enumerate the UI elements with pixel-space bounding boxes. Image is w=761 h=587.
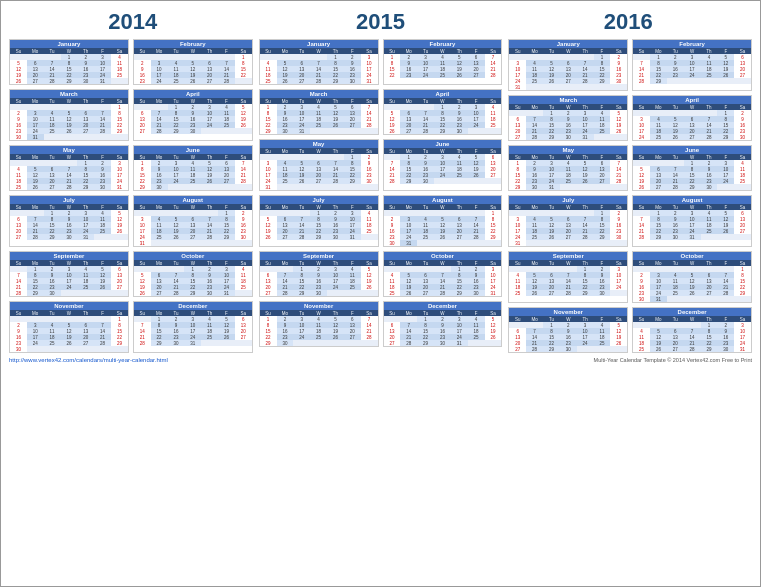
day-cell: 25: [509, 290, 526, 296]
footer-link[interactable]: http://www.vertex42.com/calendars/multi-…: [9, 357, 168, 363]
day-cell: 29: [260, 340, 277, 346]
empty-day: [717, 184, 734, 190]
month-header: December: [633, 308, 751, 316]
months-row: NovemberSuMoTuWThFSa12345678910111213141…: [259, 301, 503, 347]
empty-day: [734, 184, 751, 190]
days-grid: 1234567891011121314151617181920212223242…: [134, 104, 252, 134]
months-row: SeptemberSuMoTuWThFSa1234567891011121314…: [9, 251, 253, 297]
month-header: October: [134, 252, 252, 260]
month-calendar: JulySuMoTuWThFSa123456789101112131415161…: [9, 195, 129, 247]
month-header: April: [134, 90, 252, 98]
day-cell: 30: [10, 134, 27, 140]
empty-day: [168, 184, 185, 190]
day-cell: 31: [577, 134, 594, 140]
day-cell: 27: [509, 346, 526, 352]
days-grid: 1234567891011121314151617181920212223242…: [384, 266, 502, 296]
days-grid: 1234567891011121314151617181920212223242…: [134, 210, 252, 246]
day-cell: 31: [260, 184, 277, 190]
days-grid: 1234567891011121314151617181920212223242…: [10, 54, 128, 84]
month-header: January: [509, 40, 627, 48]
empty-day: [218, 184, 235, 190]
month-calendar: MarchSuMoTuWThFSa12345678910111213141516…: [508, 95, 628, 141]
empty-day: [111, 346, 128, 352]
day-cell: 29: [27, 290, 44, 296]
day-cell: 31: [111, 184, 128, 190]
empty-day: [610, 84, 627, 90]
day-cell: 30: [10, 346, 27, 352]
month-calendar: OctoberSuMoTuWThFSa123456789101112131415…: [632, 251, 752, 303]
day-cell: 28: [526, 346, 543, 352]
empty-day: [594, 346, 611, 352]
month-calendar: JuneSuMoTuWThFSa123456789101112131415161…: [383, 139, 503, 191]
empty-day: [361, 184, 378, 190]
empty-day: [44, 134, 61, 140]
day-cell: 28: [560, 290, 577, 296]
day-cell: 28: [384, 178, 401, 184]
empty-day: [94, 234, 111, 240]
empty-day: [610, 346, 627, 352]
month-header: January: [10, 40, 128, 48]
days-grid: 1234567891011121314151617181920212223242…: [10, 316, 128, 352]
empty-day: [577, 184, 594, 190]
days-grid: 1234567891011121314151617181920212223242…: [509, 210, 627, 246]
day-cell: 31: [184, 340, 201, 346]
day-cell: 30: [44, 290, 61, 296]
day-cell: 29: [168, 128, 185, 134]
empty-day: [235, 290, 252, 296]
empty-day: [610, 184, 627, 190]
empty-day: [218, 128, 235, 134]
day-cell: 28: [701, 134, 718, 140]
day-cell: 30: [310, 290, 327, 296]
day-cell: 31: [451, 340, 468, 346]
day-cell: 30: [417, 178, 434, 184]
empty-day: [717, 234, 734, 240]
day-cell: 30: [594, 290, 611, 296]
month-header: January: [260, 40, 378, 48]
empty-day: [468, 128, 485, 134]
months-row: NovemberSuMoTuWThFSa12345678910111213141…: [9, 301, 253, 353]
days-grid: 1234567891011121314151617181920212223242…: [509, 54, 627, 90]
day-cell: 30: [526, 184, 543, 190]
day-cell: 28: [151, 128, 168, 134]
month-header: February: [384, 40, 502, 48]
empty-day: [468, 178, 485, 184]
empty-day: [201, 240, 218, 246]
empty-day: [235, 78, 252, 84]
day-cell: 30: [151, 184, 168, 190]
month-calendar: MaySuMoTuWThFSa1234567891011121314151617…: [508, 145, 628, 191]
empty-day: [310, 340, 327, 346]
day-cell: 27: [44, 184, 61, 190]
month-header: August: [384, 196, 502, 204]
month-header: September: [260, 252, 378, 260]
day-cell: 30: [701, 184, 718, 190]
empty-day: [684, 78, 701, 84]
day-cell: 29: [77, 184, 94, 190]
day-cell: 28: [526, 134, 543, 140]
empty-day: [468, 340, 485, 346]
day-cell: 28: [310, 78, 327, 84]
day-cell: 29: [451, 290, 468, 296]
day-cell: 31: [361, 78, 378, 84]
months-row: JulySuMoTuWThFSa123456789101112131415161…: [259, 195, 503, 247]
month-header: June: [134, 146, 252, 154]
day-cell: 30: [468, 290, 485, 296]
empty-day: [327, 290, 344, 296]
empty-day: [61, 290, 78, 296]
day-cell: 29: [543, 346, 560, 352]
day-cell: 25: [384, 290, 401, 296]
day-cell: 26: [633, 184, 650, 190]
day-cell: 27: [650, 184, 667, 190]
days-grid: 1234567891011121314151617181920212223242…: [10, 266, 128, 296]
day-cell: 27: [667, 346, 684, 352]
day-cell: 30: [560, 134, 577, 140]
footer: http://www.vertex42.com/calendars/multi-…: [9, 357, 752, 363]
month-header: September: [10, 252, 128, 260]
month-header: September: [509, 252, 627, 260]
empty-day: [734, 78, 751, 84]
days-grid: 1234567891011121314151617181920212223242…: [134, 160, 252, 190]
day-cell: 29: [293, 290, 310, 296]
empty-day: [235, 128, 252, 134]
days-grid: 1234567891011121314151617181920212223242…: [633, 322, 751, 352]
empty-day: [543, 84, 560, 90]
day-cell: 25: [434, 72, 451, 78]
